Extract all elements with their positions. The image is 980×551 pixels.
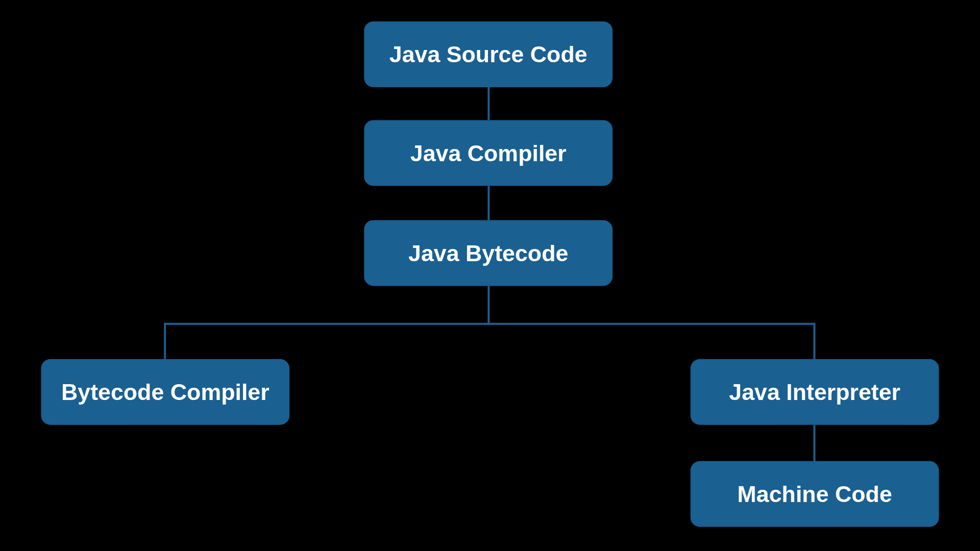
connector-bytecode-down: [487, 286, 489, 324]
connector-to-bytecode-compiler: [164, 323, 166, 359]
connector-interpreter-to-machine: [814, 425, 816, 461]
connector-source-to-compiler: [487, 87, 489, 120]
node-label: Java Source Code: [389, 41, 587, 67]
node-java-compiler: Java Compiler: [364, 120, 612, 186]
connector-compiler-to-bytecode: [487, 186, 489, 220]
node-bytecode-compiler: Bytecode Compiler: [41, 359, 289, 425]
node-label: Java Interpreter: [729, 379, 900, 405]
java-flow-diagram: Java Source Code Java Compiler Java Byte…: [0, 0, 980, 551]
node-label: Bytecode Compiler: [61, 379, 270, 405]
connector-to-interpreter: [814, 323, 816, 359]
node-label: Java Compiler: [410, 140, 567, 166]
node-label: Machine Code: [738, 481, 892, 507]
node-java-bytecode: Java Bytecode: [364, 220, 612, 286]
node-java-interpreter: Java Interpreter: [691, 359, 939, 425]
node-java-source-code: Java Source Code: [364, 21, 612, 87]
connector-horizontal-split: [164, 323, 815, 325]
node-label: Java Bytecode: [408, 240, 568, 266]
node-machine-code: Machine Code: [691, 461, 939, 527]
